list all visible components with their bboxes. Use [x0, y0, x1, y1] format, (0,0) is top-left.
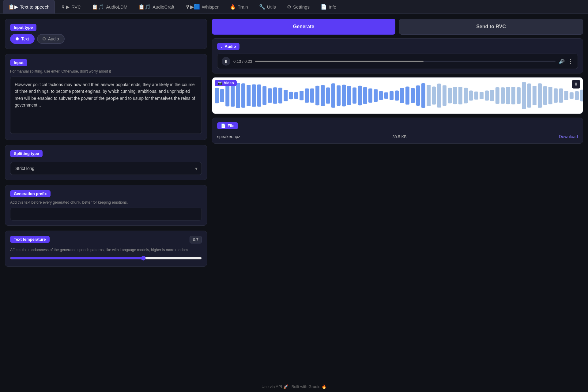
audioldm-icon: 📋🎵: [92, 4, 104, 10]
video-badge-label: Video: [224, 81, 234, 85]
svg-rect-47: [464, 88, 468, 103]
splitting-type-section: Splitting type Strict long Strict short …: [5, 145, 207, 180]
input-type-radio-group: Text Audio: [10, 34, 202, 44]
input-textarea[interactable]: However political factions may now and t…: [10, 77, 202, 134]
video-download-button[interactable]: ⬇: [572, 80, 580, 89]
svg-rect-31: [379, 91, 383, 100]
audiocraft-icon: 📋🎵: [138, 4, 151, 10]
rvc-icon: 🎙▶: [61, 4, 70, 10]
svg-rect-25: [347, 86, 351, 105]
file-badge: 📄 File: [217, 122, 238, 129]
audio-player: ⏸ 0:13 / 0:23 🔊 ⋮: [217, 54, 578, 69]
file-download-link[interactable]: Download: [559, 134, 578, 139]
utils-icon: 🔧: [259, 4, 265, 10]
settings-icon: ⚙: [287, 4, 291, 10]
action-buttons: Generate Send to RVC: [212, 19, 583, 35]
svg-rect-46: [458, 87, 462, 104]
tab-tts[interactable]: 📋▶ Text to speech: [3, 0, 55, 13]
radio-text-label: Text: [21, 36, 29, 41]
svg-rect-41: [432, 87, 436, 105]
splitting-type-select-wrapper: Strict long Strict short Newline Punctua…: [10, 162, 202, 175]
audio-progress-fill: [255, 61, 423, 62]
svg-rect-7: [252, 85, 256, 107]
radio-audio-label: Audio: [48, 36, 59, 41]
radio-text[interactable]: Text: [10, 34, 35, 44]
waveform-visualization: [212, 77, 583, 114]
tab-tts-label: Text to speech: [20, 4, 50, 9]
tab-train-label: Train: [238, 4, 248, 9]
pause-button[interactable]: ⏸: [222, 57, 230, 66]
svg-rect-64: [554, 89, 558, 103]
svg-rect-21: [326, 87, 330, 104]
svg-rect-26: [352, 88, 356, 104]
svg-rect-45: [453, 87, 457, 104]
svg-rect-19: [315, 86, 319, 105]
tab-settings-label: Settings: [293, 4, 310, 9]
svg-rect-68: [575, 91, 579, 100]
audio-badge-label: Audio: [225, 44, 236, 49]
audio-progress-bar[interactable]: [255, 61, 556, 62]
tab-audiocraft[interactable]: 📋🎵 AudioCraft: [134, 0, 179, 13]
volume-icon[interactable]: 🔊: [559, 58, 565, 64]
svg-rect-3: [231, 85, 235, 107]
tab-utils-label: Utils: [267, 4, 276, 9]
svg-rect-53: [496, 87, 499, 104]
right-panel: Generate Send to RVC ♪ Audio ⏸ 0:13 / 0:…: [212, 19, 583, 376]
svg-rect-54: [501, 87, 505, 104]
temperature-slider[interactable]: [10, 256, 202, 261]
svg-rect-24: [342, 85, 346, 106]
svg-rect-40: [427, 85, 431, 106]
svg-rect-55: [506, 87, 510, 104]
svg-rect-2: [225, 85, 229, 107]
svg-rect-38: [416, 85, 420, 106]
video-badge: 📷 Video: [215, 80, 237, 86]
file-size: 39.5 KB: [392, 134, 406, 139]
input-badge: Input: [10, 59, 27, 66]
video-badge-icon: 📷: [218, 81, 222, 85]
svg-rect-58: [522, 82, 526, 109]
audio-time: 0:13 / 0:23: [233, 59, 252, 64]
tab-audiocraft-label: AudioCraft: [153, 4, 174, 9]
tts-icon: 📋▶: [8, 4, 18, 10]
svg-rect-57: [517, 87, 521, 104]
more-options-icon[interactable]: ⋮: [568, 58, 573, 65]
tab-audioldm[interactable]: 📋🎵 AudioLDM: [87, 0, 132, 13]
tab-rvc[interactable]: 🎙▶ RVC: [56, 0, 86, 13]
svg-rect-61: [538, 83, 542, 108]
svg-rect-36: [405, 86, 409, 104]
generate-button[interactable]: Generate: [212, 19, 395, 35]
input-hint: For manual splitting, use enter. Otherwi…: [10, 69, 202, 74]
svg-rect-17: [305, 89, 309, 103]
svg-rect-49: [474, 92, 478, 100]
svg-rect-16: [300, 91, 303, 100]
splitting-type-select[interactable]: Strict long Strict short Newline Punctua…: [10, 162, 202, 175]
svg-rect-48: [469, 91, 473, 101]
svg-rect-11: [273, 87, 277, 104]
svg-rect-34: [395, 91, 399, 101]
temp-hint: Affects the randomness of the generated …: [10, 248, 202, 252]
svg-rect-9: [262, 86, 266, 105]
send-to-rvc-button[interactable]: Send to RVC: [399, 19, 583, 35]
svg-rect-69: [580, 90, 583, 101]
svg-rect-32: [384, 92, 388, 99]
svg-rect-43: [443, 85, 447, 106]
tab-train[interactable]: 🔥 Train: [225, 0, 253, 13]
tab-utils[interactable]: 🔧 Utils: [254, 0, 281, 13]
audio-output-card: ♪ Audio ⏸ 0:13 / 0:23 🔊 ⋮: [212, 38, 583, 74]
navbar: 📋▶ Text to speech 🎙▶ RVC 📋🎵 AudioLDM 📋🎵 …: [0, 0, 588, 14]
tab-info[interactable]: 📄 Info: [316, 0, 341, 13]
svg-rect-66: [564, 91, 568, 100]
tab-settings[interactable]: ⚙ Settings: [282, 0, 315, 13]
tab-audioldm-label: AudioLDM: [106, 4, 127, 9]
tab-info-label: Info: [329, 4, 336, 9]
footer: Use via API 🚀 · Built with Gradio 🔥: [0, 381, 588, 392]
svg-rect-30: [374, 89, 378, 102]
tab-whisper[interactable]: 🎙▶🟦 Whisper: [180, 0, 224, 13]
svg-rect-10: [268, 88, 272, 103]
whisper-icon: 🎙▶🟦: [185, 4, 200, 10]
generation-prefix-input[interactable]: [10, 208, 202, 221]
generation-prefix-badge: Generation prefix: [10, 190, 51, 197]
left-panel: Input type Text Audio Input For manual s…: [5, 19, 207, 376]
radio-audio[interactable]: Audio: [37, 34, 65, 44]
svg-rect-63: [548, 87, 552, 104]
